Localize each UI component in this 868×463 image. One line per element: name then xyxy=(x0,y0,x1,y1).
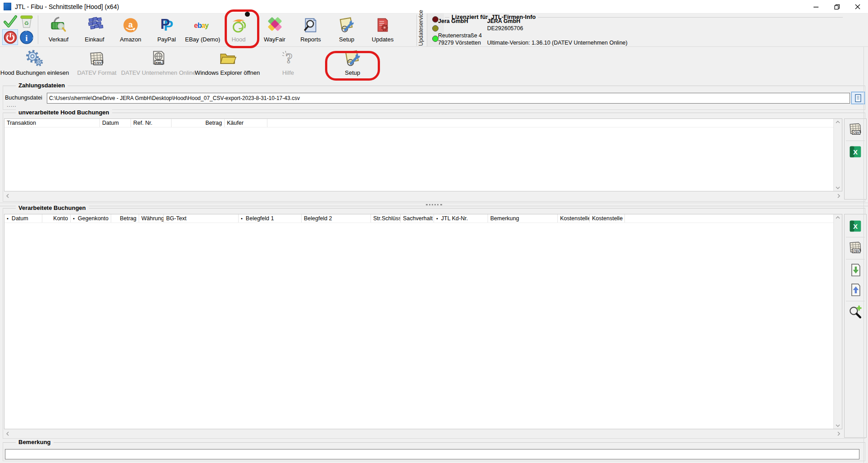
scroll-right-icon[interactable] xyxy=(837,431,841,436)
status-dot-red xyxy=(432,16,439,23)
column-header-transaktion[interactable]: Transaktion xyxy=(5,119,100,127)
app-button-reports[interactable]: Reports xyxy=(293,14,329,46)
action-button-datev-online[interactable]: XML DATEV Unternehmen Online xyxy=(125,49,192,80)
processed-table: •Datum Konto •Gegenkonto Betrag Währung … xyxy=(4,214,842,429)
app-button-setup[interactable]: Setup xyxy=(329,14,365,46)
processed-vertical-scrollbar[interactable] xyxy=(833,214,842,429)
column-header-kostenstelle1[interactable]: Kostenstelle 1 xyxy=(558,214,590,222)
splitter-grip-icon[interactable] xyxy=(426,204,442,205)
app-button-amazon[interactable]: a Amazon xyxy=(113,14,149,46)
datev-export-button[interactable]: CSV xyxy=(846,239,864,257)
action-button-label: DATEV Format xyxy=(77,69,116,76)
exit-button[interactable] xyxy=(2,29,18,45)
zoom-plus-button[interactable] xyxy=(846,303,864,321)
processed-horizontal-scrollbar[interactable] xyxy=(4,430,842,437)
action-button-setup[interactable]: Setup xyxy=(330,49,375,80)
app-button-verkauf[interactable]: Verkauf xyxy=(41,14,77,46)
app-window: { "window": { "title": "JTL - Fibu - Sch… xyxy=(0,0,868,463)
scroll-left-icon[interactable] xyxy=(6,431,9,436)
app-button-label: Updates xyxy=(372,36,393,43)
column-header-betrag[interactable]: Betrag xyxy=(172,119,225,127)
svg-text:?: ? xyxy=(285,50,293,66)
processed-table-header: •Datum Konto •Gegenkonto Betrag Währung … xyxy=(5,214,833,223)
bemerkung-input[interactable] xyxy=(5,449,859,459)
column-header-kostenstelle2[interactable]: Kostenstelle 2 xyxy=(590,214,625,222)
column-header-waehrung[interactable]: Währung xyxy=(139,214,164,222)
action-button-datev-format[interactable]: CSV DATEV Format xyxy=(72,49,122,80)
unprocessed-group: unverarbeitete Hood Buchungen Transaktio… xyxy=(3,113,865,202)
unprocessed-table: Transaktion Datum Ref. Nr. Betrag Käufer xyxy=(4,118,842,191)
wayfair-icon xyxy=(265,16,284,35)
app-button-label: WayFair xyxy=(264,36,285,43)
svg-text:ebay: ebay xyxy=(194,22,209,29)
app-button-ebay[interactable]: ebay EBay (Demo) xyxy=(185,14,221,46)
firm-name: JERA GmbH xyxy=(487,18,520,24)
column-header-jtl-kdnr[interactable]: •JTL Kd-Nr. xyxy=(434,214,488,222)
check-icon xyxy=(3,14,18,29)
excel-export-button[interactable]: X xyxy=(846,143,864,161)
column-header-strschluessel[interactable]: Str.Schlüssel xyxy=(371,214,401,222)
restore-button[interactable] xyxy=(827,0,847,14)
column-header-datum[interactable]: •Datum xyxy=(5,214,42,222)
confirm-button[interactable] xyxy=(2,14,18,29)
column-header-sachverhalt[interactable]: Sachverhalt xyxy=(401,214,434,222)
action-button-explorer[interactable]: Windows Explorer öffnen xyxy=(194,49,261,80)
folder-open-icon xyxy=(217,49,237,68)
column-header-bgtext[interactable]: BG-Text xyxy=(164,214,239,222)
action-button-hilfe[interactable]: ? Hilfe xyxy=(275,49,302,80)
browse-file-button[interactable] xyxy=(851,92,865,104)
action-button-label: Windows Explorer öffnen xyxy=(195,69,260,76)
close-button[interactable] xyxy=(847,0,868,14)
column-header-betrag[interactable]: Betrag xyxy=(111,214,139,222)
info-button[interactable]: i xyxy=(18,29,34,45)
app-button-wayfair[interactable]: WayFair xyxy=(257,14,293,46)
file-browse-icon xyxy=(854,94,863,103)
datev-csv-icon: CSV xyxy=(847,240,864,257)
section-splitter[interactable] xyxy=(0,203,868,206)
scroll-left-icon[interactable] xyxy=(6,193,9,199)
import-document-button[interactable] xyxy=(846,261,864,279)
action-button-hood-einlesen[interactable]: Hood Buchungen einlesen xyxy=(1,49,68,80)
panel-divider xyxy=(846,141,865,141)
gears-icon xyxy=(25,49,45,68)
svg-text:CSV: CSV xyxy=(95,61,101,65)
scroll-up-icon[interactable] xyxy=(835,216,841,219)
scroll-down-icon[interactable] xyxy=(835,186,841,190)
column-header-filler xyxy=(267,119,833,127)
unprocessed-horizontal-scrollbar[interactable] xyxy=(4,192,842,200)
datev-export-button[interactable]: CSV xyxy=(846,121,864,139)
column-header-gegenkonto[interactable]: •Gegenkonto xyxy=(71,214,111,222)
column-header-datum[interactable]: Datum xyxy=(100,119,131,127)
svg-text:i: i xyxy=(25,33,27,43)
svg-text:P: P xyxy=(160,16,170,32)
column-header-konto[interactable]: Konto xyxy=(42,214,71,222)
panel-divider xyxy=(846,301,865,301)
buchungsdatei-input[interactable] xyxy=(47,93,850,104)
column-header-kaeufer[interactable]: Käufer xyxy=(225,119,267,127)
app-button-updates[interactable]: Updates xyxy=(365,14,401,46)
minimize-button[interactable] xyxy=(806,0,827,14)
app-button-einkauf[interactable]: Einkauf xyxy=(77,14,113,46)
scroll-up-icon[interactable] xyxy=(835,120,841,124)
excel-export-button[interactable]: X xyxy=(846,217,864,235)
recycle-bin-button[interactable]: ♻ xyxy=(18,14,34,29)
column-header-belegfeld2[interactable]: Belegfeld 2 xyxy=(302,214,371,222)
export-document-button[interactable] xyxy=(846,281,864,299)
app-button-hood[interactable]: Hood xyxy=(221,14,257,46)
setup-icon xyxy=(343,49,362,68)
column-header-bemerkung[interactable]: Bemerkung xyxy=(488,214,558,222)
unprocessed-group-label: unverarbeitete Hood Buchungen xyxy=(16,109,112,116)
column-header-belegfeld1[interactable]: •Belegfeld 1 xyxy=(239,214,302,222)
scroll-down-icon[interactable] xyxy=(835,424,841,427)
unprocessed-vertical-scrollbar[interactable] xyxy=(833,119,842,191)
window-edge xyxy=(863,47,864,463)
scroll-right-icon[interactable] xyxy=(837,193,841,199)
app-button-label: Amazon xyxy=(120,36,141,43)
column-header-filler xyxy=(625,214,833,222)
column-header-refnr[interactable]: Ref. Nr. xyxy=(131,119,172,127)
info-icon: i xyxy=(19,30,34,45)
datev-xml-icon: XML xyxy=(149,49,168,68)
app-button-paypal[interactable]: P P PayPal xyxy=(149,14,185,46)
magnifier-plus-icon xyxy=(847,304,863,320)
unprocessed-table-body xyxy=(5,127,833,191)
